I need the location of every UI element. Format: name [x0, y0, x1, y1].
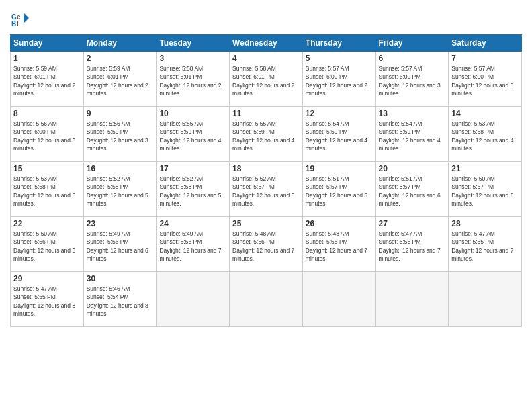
calendar-cell: 12 Sunrise: 5:54 AMSunset: 5:59 PMDaylig…: [302, 107, 375, 162]
day-number: 29: [13, 274, 81, 283]
day-number: 2: [87, 54, 154, 63]
day-number: 1: [13, 54, 81, 63]
weekday-header: Sunday: [11, 35, 84, 52]
calendar-cell: 25 Sunrise: 5:48 AMSunset: 5:56 PMDaylig…: [230, 217, 303, 272]
day-number: 23: [87, 219, 154, 228]
svg-text:l: l: [17, 20, 19, 28]
calendar-cell: 19 Sunrise: 5:51 AMSunset: 5:57 PMDaylig…: [302, 162, 375, 217]
calendar-cell: 28 Sunrise: 5:47 AMSunset: 5:55 PMDaylig…: [449, 217, 522, 272]
day-info: Sunrise: 5:53 AMSunset: 5:58 PMDaylight:…: [451, 120, 519, 152]
day-number: 25: [232, 219, 300, 228]
calendar-cell: 16 Sunrise: 5:52 AMSunset: 5:58 PMDaylig…: [83, 162, 157, 217]
day-number: 14: [451, 109, 519, 118]
calendar-cell: 15 Sunrise: 5:53 AMSunset: 5:58 PMDaylig…: [11, 162, 84, 217]
calendar-cell: 23 Sunrise: 5:49 AMSunset: 5:56 PMDaylig…: [83, 217, 157, 272]
calendar-row: 15 Sunrise: 5:53 AMSunset: 5:58 PMDaylig…: [11, 162, 522, 217]
calendar-row: 1 Sunrise: 5:59 AMSunset: 6:01 PMDayligh…: [11, 52, 522, 107]
day-number: 24: [159, 219, 226, 228]
day-number: 5: [306, 54, 373, 63]
day-number: 26: [306, 219, 373, 228]
day-info: Sunrise: 5:49 AMSunset: 5:56 PMDaylight:…: [87, 230, 154, 263]
weekday-header: Monday: [83, 35, 157, 52]
calendar-cell: 9 Sunrise: 5:56 AMSunset: 5:59 PMDayligh…: [83, 107, 157, 162]
day-info: Sunrise: 5:47 AMSunset: 5:55 PMDaylight:…: [379, 230, 446, 263]
day-number: 4: [232, 54, 300, 63]
svg-marker-4: [24, 13, 29, 24]
calendar-cell: 26 Sunrise: 5:48 AMSunset: 5:55 PMDaylig…: [302, 217, 375, 272]
day-info: Sunrise: 5:56 AMSunset: 5:59 PMDaylight:…: [87, 120, 154, 152]
day-number: 27: [379, 219, 446, 228]
calendar-cell: [375, 272, 449, 327]
calendar-cell: 27 Sunrise: 5:47 AMSunset: 5:55 PMDaylig…: [375, 217, 449, 272]
day-info: Sunrise: 5:48 AMSunset: 5:55 PMDaylight:…: [306, 230, 373, 263]
day-info: Sunrise: 5:54 AMSunset: 5:59 PMDaylight:…: [379, 120, 446, 152]
day-info: Sunrise: 5:52 AMSunset: 5:58 PMDaylight:…: [87, 175, 154, 208]
day-number: 11: [232, 109, 300, 118]
calendar-cell: 8 Sunrise: 5:56 AMSunset: 6:00 PMDayligh…: [11, 107, 84, 162]
calendar-row: 29 Sunrise: 5:47 AMSunset: 5:55 PMDaylig…: [11, 272, 522, 327]
logo: G e B l: [10, 10, 32, 29]
day-info: Sunrise: 5:52 AMSunset: 5:57 PMDaylight:…: [232, 175, 300, 208]
day-info: Sunrise: 5:59 AMSunset: 6:01 PMDaylight:…: [87, 64, 154, 97]
weekday-header: Tuesday: [157, 35, 230, 52]
day-info: Sunrise: 5:58 AMSunset: 6:01 PMDaylight:…: [232, 64, 300, 97]
day-info: Sunrise: 5:56 AMSunset: 6:00 PMDaylight:…: [13, 120, 81, 152]
calendar-cell: 21 Sunrise: 5:50 AMSunset: 5:57 PMDaylig…: [449, 162, 522, 217]
weekday-header: Thursday: [302, 35, 375, 52]
weekday-header-row: SundayMondayTuesdayWednesdayThursdayFrid…: [11, 35, 522, 52]
day-info: Sunrise: 5:51 AMSunset: 5:57 PMDaylight:…: [306, 175, 373, 208]
day-number: 28: [451, 219, 519, 228]
day-number: 9: [87, 109, 154, 118]
day-number: 17: [159, 164, 226, 173]
calendar-cell: 6 Sunrise: 5:57 AMSunset: 6:00 PMDayligh…: [375, 52, 449, 107]
day-info: Sunrise: 5:53 AMSunset: 5:58 PMDaylight:…: [13, 175, 81, 208]
day-info: Sunrise: 5:52 AMSunset: 5:58 PMDaylight:…: [159, 175, 226, 208]
calendar-cell: 5 Sunrise: 5:57 AMSunset: 6:00 PMDayligh…: [302, 52, 375, 107]
calendar-cell: [302, 272, 375, 327]
calendar-row: 8 Sunrise: 5:56 AMSunset: 6:00 PMDayligh…: [11, 107, 522, 162]
day-number: 7: [451, 54, 519, 63]
calendar-cell: [449, 272, 522, 327]
calendar-cell: 29 Sunrise: 5:47 AMSunset: 5:55 PMDaylig…: [11, 272, 84, 327]
calendar-cell: 4 Sunrise: 5:58 AMSunset: 6:01 PMDayligh…: [230, 52, 303, 107]
calendar-cell: 20 Sunrise: 5:51 AMSunset: 5:57 PMDaylig…: [375, 162, 449, 217]
day-info: Sunrise: 5:57 AMSunset: 6:00 PMDaylight:…: [379, 64, 446, 97]
day-info: Sunrise: 5:47 AMSunset: 5:55 PMDaylight:…: [451, 230, 519, 263]
day-number: 12: [306, 109, 373, 118]
day-info: Sunrise: 5:48 AMSunset: 5:56 PMDaylight:…: [232, 230, 300, 263]
day-info: Sunrise: 5:57 AMSunset: 6:00 PMDaylight:…: [451, 64, 519, 97]
logo-icon: G e B l: [10, 10, 29, 29]
day-info: Sunrise: 5:51 AMSunset: 5:57 PMDaylight:…: [379, 175, 446, 208]
day-info: Sunrise: 5:59 AMSunset: 6:01 PMDaylight:…: [13, 64, 81, 97]
day-info: Sunrise: 5:47 AMSunset: 5:55 PMDaylight:…: [13, 285, 81, 318]
day-number: 10: [159, 109, 226, 118]
calendar-cell: 14 Sunrise: 5:53 AMSunset: 5:58 PMDaylig…: [449, 107, 522, 162]
calendar-cell: 10 Sunrise: 5:55 AMSunset: 5:59 PMDaylig…: [157, 107, 230, 162]
day-info: Sunrise: 5:49 AMSunset: 5:56 PMDaylight:…: [159, 230, 226, 263]
day-info: Sunrise: 5:46 AMSunset: 5:54 PMDaylight:…: [87, 285, 154, 318]
svg-text:B: B: [11, 20, 16, 28]
calendar-cell: 17 Sunrise: 5:52 AMSunset: 5:58 PMDaylig…: [157, 162, 230, 217]
day-number: 13: [379, 109, 446, 118]
day-number: 30: [87, 274, 154, 283]
day-info: Sunrise: 5:50 AMSunset: 5:56 PMDaylight:…: [13, 230, 81, 263]
weekday-header: Saturday: [449, 35, 522, 52]
calendar-cell: 22 Sunrise: 5:50 AMSunset: 5:56 PMDaylig…: [11, 217, 84, 272]
calendar-cell: 30 Sunrise: 5:46 AMSunset: 5:54 PMDaylig…: [83, 272, 157, 327]
day-info: Sunrise: 5:57 AMSunset: 6:00 PMDaylight:…: [306, 64, 373, 97]
day-number: 15: [13, 164, 81, 173]
day-number: 18: [232, 164, 300, 173]
day-info: Sunrise: 5:58 AMSunset: 6:01 PMDaylight:…: [159, 64, 226, 97]
day-info: Sunrise: 5:54 AMSunset: 5:59 PMDaylight:…: [306, 120, 373, 152]
day-info: Sunrise: 5:50 AMSunset: 5:57 PMDaylight:…: [451, 175, 519, 208]
page-header: G e B l: [10, 10, 522, 29]
calendar-cell: 7 Sunrise: 5:57 AMSunset: 6:00 PMDayligh…: [449, 52, 522, 107]
day-number: 19: [306, 164, 373, 173]
weekday-header: Friday: [375, 35, 449, 52]
day-number: 8: [13, 109, 81, 118]
calendar-cell: 18 Sunrise: 5:52 AMSunset: 5:57 PMDaylig…: [230, 162, 303, 217]
day-number: 22: [13, 219, 81, 228]
day-number: 6: [379, 54, 446, 63]
calendar-row: 22 Sunrise: 5:50 AMSunset: 5:56 PMDaylig…: [11, 217, 522, 272]
day-number: 16: [87, 164, 154, 173]
